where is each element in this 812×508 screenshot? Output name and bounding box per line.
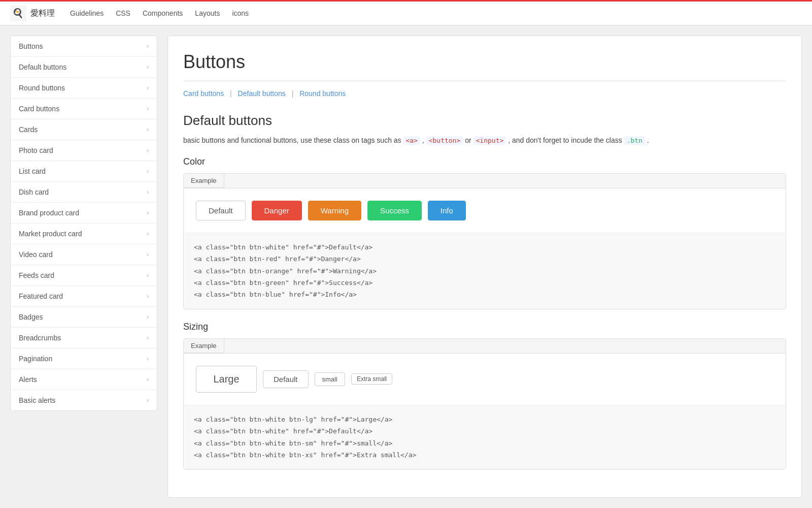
sidebar-item-card-buttons[interactable]: Card buttons ›	[11, 99, 157, 119]
sidebar-item-alerts[interactable]: Alerts ›	[11, 369, 157, 390]
breadcrumb-round-buttons[interactable]: Round buttons	[299, 89, 346, 98]
desc-comma-1: ,	[420, 136, 426, 144]
color-example-tab: Example	[184, 174, 224, 188]
chevron-icon-0: ›	[147, 43, 149, 50]
chevron-icon-1: ›	[147, 64, 149, 71]
sizing-example-tab: Example	[184, 339, 224, 353]
logo-icon: 🍳	[10, 5, 26, 21]
logo-text: 愛料理	[30, 8, 55, 19]
color-example-box: Example Default Danger Warning Success I…	[183, 173, 786, 309]
chevron-icon-10: ›	[147, 251, 149, 258]
breadcrumb-sep-2: |	[292, 89, 294, 98]
sidebar-label-market-product-card: Market product card	[19, 230, 82, 238]
sidebar-label-card-buttons: Card buttons	[19, 105, 59, 113]
color-heading: Color	[183, 156, 786, 167]
breadcrumb-default-buttons[interactable]: Default buttons	[238, 89, 286, 98]
code-line-1: <a class="btn btn-red" href="#">Danger</…	[194, 253, 775, 265]
sidebar-label-featured-card: Featured card	[19, 292, 63, 300]
sidebar-label-badges: Badges	[19, 313, 43, 321]
logo[interactable]: 🍳 愛料理	[10, 5, 55, 21]
sidebar-item-feeds-card[interactable]: Feeds card ›	[11, 265, 157, 286]
sizing-example-tab-row: Example	[184, 339, 786, 354]
chevron-icon-17: ›	[147, 397, 149, 404]
btn-danger[interactable]: Danger	[252, 201, 302, 220]
sidebar-item-pagination[interactable]: Pagination ›	[11, 348, 157, 369]
code-line-2: <a class="btn btn-orange" href="#">Warni…	[194, 265, 775, 277]
color-example-tab-row: Example	[184, 174, 786, 188]
nav-icons[interactable]: icons	[232, 9, 249, 17]
section-description: basic buttons and functional buttons, us…	[183, 135, 786, 146]
sidebar-item-default-buttons[interactable]: Default buttons ›	[11, 57, 157, 78]
sizing-example-box: Example Large Default small Extra small …	[183, 338, 786, 470]
sizing-section: Sizing Example Large Default small Extra…	[183, 322, 786, 470]
sidebar-item-basic-alerts[interactable]: Basic alerts ›	[11, 390, 157, 410]
code-line-3: <a class="btn btn-green" href="#">Succes…	[194, 277, 775, 289]
sidebar-item-market-product-card[interactable]: Market product card ›	[11, 224, 157, 244]
chevron-icon-14: ›	[147, 334, 149, 341]
chevron-icon-3: ›	[147, 105, 149, 112]
chevron-icon-2: ›	[147, 84, 149, 91]
nav-css[interactable]: CSS	[116, 9, 130, 17]
btn-warning[interactable]: Warning	[308, 201, 361, 220]
chevron-icon-6: ›	[147, 168, 149, 175]
sidebar-label-cards: Cards	[19, 125, 38, 134]
sidebar-item-buttons[interactable]: Buttons ›	[11, 36, 157, 57]
nav-guidelines[interactable]: Guidelines	[70, 9, 104, 17]
color-example-content: Default Danger Warning Success Info	[184, 188, 786, 233]
sidebar-item-video-card[interactable]: Video card ›	[11, 244, 157, 265]
breadcrumb-links: Card buttons | Default buttons | Round b…	[183, 89, 786, 98]
sidebar-label-pagination: Pagination	[19, 355, 52, 363]
sidebar-label-feeds-card: Feeds card	[19, 271, 54, 279]
chevron-icon-5: ›	[147, 147, 149, 154]
sz-code-line-1: <a class="btn btn-white" href="#">Defaul…	[194, 425, 775, 437]
section-heading-default: Default buttons	[183, 113, 786, 129]
nav-components[interactable]: Components	[143, 9, 183, 17]
sidebar-item-round-buttons[interactable]: Round buttons ›	[11, 78, 157, 99]
sidebar-item-cards[interactable]: Cards ›	[11, 119, 157, 140]
chevron-icon-9: ›	[147, 230, 149, 237]
layout: Buttons › Default buttons › Round button…	[0, 25, 812, 508]
sidebar-item-brand-product-card[interactable]: Brand product card ›	[11, 203, 157, 224]
desc-text-2: , and don't forget to incude the class	[506, 136, 624, 144]
svg-text:🍳: 🍳	[12, 8, 24, 19]
code-line-4: <a class="btn btn-blue" href="#">Info</a…	[194, 289, 775, 300]
code-line-0: <a class="btn btn-white" href="#">Defaul…	[194, 241, 775, 253]
sz-code-line-0: <a class="btn btn-white btn-lg" href="#"…	[194, 414, 775, 425]
sz-code-line-2: <a class="btn btn-white btn-sm" href="#"…	[194, 437, 775, 449]
sidebar-item-list-card[interactable]: List card ›	[11, 161, 157, 182]
breadcrumb-card-buttons[interactable]: Card buttons	[183, 89, 224, 98]
sidebar-item-breadcrumbs[interactable]: Breadcrumbs ›	[11, 328, 157, 348]
sidebar-label-basic-alerts: Basic alerts	[19, 396, 55, 404]
desc-code-input: <input>	[473, 136, 506, 145]
sidebar-item-dish-card[interactable]: Dish card ›	[11, 182, 157, 203]
desc-or: or	[463, 136, 473, 144]
sidebar-label-brand-product-card: Brand product card	[19, 209, 79, 217]
breadcrumb-sep-1: |	[230, 89, 232, 98]
btn-success[interactable]: Success	[367, 201, 422, 220]
chevron-icon-4: ›	[147, 126, 149, 133]
sidebar-item-badges[interactable]: Badges ›	[11, 307, 157, 328]
desc-code-button: <button>	[426, 136, 463, 145]
btn-info[interactable]: Info	[428, 201, 466, 220]
desc-code-class: .btn	[624, 136, 645, 145]
btn-default[interactable]: Default	[196, 201, 246, 220]
topnav: 🍳 愛料理 Guidelines CSS Components Layouts …	[0, 0, 812, 25]
sidebar-label-dish-card: Dish card	[19, 188, 49, 196]
chevron-icon-12: ›	[147, 293, 149, 300]
sz-code-line-3: <a class="btn btn-white btn-xs" href="#"…	[194, 449, 775, 461]
sidebar-item-featured-card[interactable]: Featured card ›	[11, 286, 157, 307]
btn-default-sz[interactable]: Default	[263, 370, 309, 388]
sidebar-label-video-card: Video card	[19, 250, 53, 259]
sidebar-label-alerts: Alerts	[19, 375, 37, 384]
nav-layouts[interactable]: Layouts	[195, 9, 220, 17]
desc-text-1: basic buttons and functional buttons, us…	[183, 136, 403, 144]
sidebar-label-round-buttons: Round buttons	[19, 84, 65, 92]
topnav-links: Guidelines CSS Components Layouts icons	[70, 9, 249, 17]
desc-code-a: <a>	[403, 136, 420, 145]
btn-small[interactable]: small	[315, 372, 345, 386]
sidebar-item-photo-card[interactable]: Photo card ›	[11, 140, 157, 161]
sidebar-label-list-card: List card	[19, 167, 46, 175]
btn-large[interactable]: Large	[196, 366, 257, 393]
chevron-icon-13: ›	[147, 313, 149, 321]
btn-xsmall[interactable]: Extra small	[351, 373, 392, 385]
